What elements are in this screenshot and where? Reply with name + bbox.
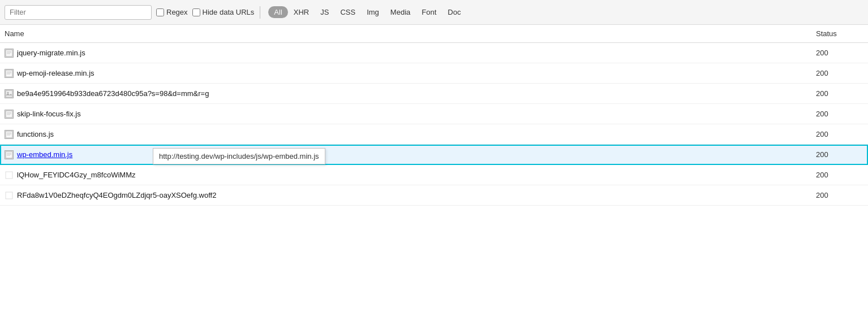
- filter-input[interactable]: [5, 5, 152, 20]
- svg-rect-4: [6, 70, 12, 77]
- row-name-cell: wp-embed.min.js: [0, 148, 811, 162]
- svg-rect-15: [6, 131, 12, 138]
- row-name-cell: RFda8w1V0eDZheqfcyQ4EOgdm0LZdjqr5-oayXSO…: [0, 189, 811, 202]
- table-row[interactable]: RFda8w1V0eDZheqfcyQ4EOgdm0LZdjqr5-oayXSO…: [0, 185, 868, 206]
- js-file-icon: [5, 110, 14, 119]
- regex-label[interactable]: Regex: [166, 8, 188, 16]
- row-filename-link[interactable]: wp-embed.min.js: [17, 150, 72, 159]
- hide-data-urls-checkbox[interactable]: [192, 8, 200, 16]
- table-row[interactable]: be9a4e9519964b933dea6723d480c95a?s=98&d=…: [0, 84, 868, 104]
- blank-file-icon: [5, 191, 14, 200]
- table-row[interactable]: functions.js 200: [0, 124, 868, 145]
- filter-btn-img[interactable]: Img: [361, 6, 385, 18]
- table-row[interactable]: wp-emoji-release.min.js 200: [0, 63, 868, 84]
- js-file-icon: [5, 49, 14, 58]
- row-filename: jquery-migrate.min.js: [17, 49, 85, 57]
- filter-divider: [260, 6, 260, 19]
- filter-btn-xhr[interactable]: XHR: [288, 6, 315, 18]
- row-filename: skip-link-focus-fix.js: [17, 110, 81, 118]
- row-name-cell: functions.js: [0, 128, 811, 141]
- table-row[interactable]: lQHow_FEYlDC4Gzy_m8fcoWiMMz 200: [0, 165, 868, 185]
- table-row[interactable]: skip-link-focus-fix.js 200: [0, 104, 868, 124]
- table-row-highlighted[interactable]: wp-embed.min.js http://testing.dev/wp-in…: [0, 145, 868, 165]
- svg-rect-11: [6, 111, 12, 118]
- filter-btn-doc[interactable]: Doc: [442, 6, 466, 18]
- row-status-cell: 200: [811, 46, 868, 59]
- row-filename: functions.js: [17, 130, 54, 138]
- table-header: Name Status: [0, 25, 868, 43]
- row-status-cell: 200: [811, 189, 868, 202]
- row-status-cell: 200: [811, 107, 868, 120]
- row-status-cell: 200: [811, 168, 868, 181]
- row-status-cell: 200: [811, 87, 868, 100]
- filter-buttons: All XHR JS CSS Img Media Font Doc: [268, 6, 466, 18]
- svg-rect-24: [6, 192, 12, 199]
- row-status-cell: 200: [811, 67, 868, 80]
- filter-btn-all[interactable]: All: [268, 6, 287, 18]
- hide-data-urls-checkbox-group: Hide data URLs: [192, 8, 255, 16]
- svg-rect-19: [6, 151, 12, 158]
- row-filename: wp-emoji-release.min.js: [17, 69, 94, 77]
- svg-rect-8: [6, 90, 12, 97]
- column-header-status: Status: [811, 27, 868, 40]
- js-file-icon: [5, 150, 14, 159]
- row-filename: be9a4e9519964b933dea6723d480c95a?s=98&d=…: [17, 89, 209, 98]
- filter-btn-media[interactable]: Media: [385, 6, 416, 18]
- blank-file-icon: [5, 171, 14, 180]
- regex-checkbox-group: Regex: [156, 8, 188, 16]
- svg-rect-0: [6, 50, 12, 56]
- row-name-cell: lQHow_FEYlDC4Gzy_m8fcoWiMMz: [0, 168, 811, 182]
- filter-btn-font[interactable]: Font: [416, 6, 442, 18]
- svg-rect-23: [6, 172, 12, 179]
- img-file-icon: [5, 89, 14, 98]
- row-status-cell: 200: [811, 128, 868, 141]
- row-name-cell: wp-emoji-release.min.js: [0, 67, 811, 80]
- regex-checkbox[interactable]: [156, 8, 164, 16]
- table-row[interactable]: jquery-migrate.min.js 200: [0, 43, 868, 63]
- js-file-icon: [5, 130, 14, 139]
- row-name-cell: be9a4e9519964b933dea6723d480c95a?s=98&d=…: [0, 87, 811, 101]
- toolbar: Regex Hide data URLs All XHR JS CSS Img …: [0, 0, 868, 25]
- filter-btn-css[interactable]: CSS: [334, 6, 361, 18]
- column-header-name: Name: [0, 27, 811, 40]
- row-filename: RFda8w1V0eDZheqfcyQ4EOgdm0LZdjqr5-oayXSO…: [17, 191, 216, 199]
- row-filename: lQHow_FEYlDC4Gzy_m8fcoWiMMz: [17, 171, 135, 179]
- hide-data-urls-label[interactable]: Hide data URLs: [203, 8, 255, 16]
- row-status-cell: 200: [811, 148, 868, 161]
- url-tooltip: http://testing.dev/wp-includes/js/wp-emb…: [153, 148, 325, 164]
- table-rows: jquery-migrate.min.js 200 wp-emoji-relea…: [0, 43, 868, 206]
- js-file-icon: [5, 69, 14, 78]
- filter-btn-js[interactable]: JS: [315, 6, 334, 18]
- row-name-cell: jquery-migrate.min.js: [0, 46, 811, 60]
- row-name-cell: skip-link-focus-fix.js: [0, 107, 811, 121]
